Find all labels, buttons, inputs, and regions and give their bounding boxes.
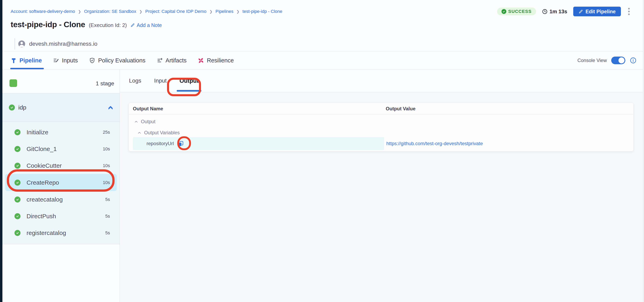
- user-email: devesh.mishra@harness.io: [29, 41, 98, 47]
- triggered-by-row: devesh.mishra@harness.io: [14, 38, 98, 50]
- group-output-variables[interactable]: Output Variables: [138, 130, 180, 135]
- step-row-createcatalog[interactable]: createcatalog 5s: [2, 191, 120, 208]
- column-output-value: Output Value: [386, 106, 416, 111]
- tab-output[interactable]: Output: [179, 69, 200, 92]
- step-name: registercatalog: [26, 230, 66, 236]
- step-duration: 5s: [105, 214, 110, 219]
- more-options-icon[interactable]: [627, 7, 631, 16]
- tab-label: Logs: [129, 78, 141, 84]
- group-output[interactable]: Output: [134, 119, 155, 124]
- execution-tabbar: Pipeline Inputs Policy Evaluations Artif…: [2, 52, 643, 69]
- tab-label: Resilience: [207, 57, 234, 64]
- step-row-createrepo-selected[interactable]: CreateRepo 10s: [5, 174, 117, 191]
- collapsed-nav-strip: [0, 0, 2, 302]
- stage-name: idp: [18, 104, 26, 111]
- output-variable-name: repositoryUrl: [146, 141, 174, 146]
- title-row: test-pipe-idp - Clone (Execution Id: 2) …: [11, 20, 162, 29]
- step-success-check-icon: [14, 146, 20, 152]
- info-icon[interactable]: [630, 57, 636, 64]
- step-success-check-icon: [14, 197, 20, 203]
- step-success-check-icon: [14, 213, 20, 219]
- repository-url: https://github.com/test-org-devesh/testp…: [386, 141, 483, 146]
- breadcrumb: Account: software-delivery-demo ❯ Organi…: [11, 9, 282, 14]
- tab-logs[interactable]: Logs: [128, 69, 142, 92]
- tab-label: Inputs: [62, 57, 78, 64]
- duration-label: 1m 13s: [550, 9, 567, 15]
- success-check-icon: [502, 9, 506, 14]
- tab-label: Output: [180, 78, 198, 84]
- output-table-card: Output Name Output Value Output Output V…: [129, 103, 634, 152]
- step-success-check-icon: [14, 129, 20, 135]
- output-variable-value-link[interactable]: https://github.com/test-org-devesh/testp…: [386, 137, 483, 150]
- breadcrumb-current-pipeline[interactable]: test-pipe-idp - Clone: [242, 9, 282, 14]
- step-detail-tabs: Logs Input Output: [120, 69, 643, 92]
- add-note-link[interactable]: Add a Note: [130, 22, 162, 28]
- tab-inputs[interactable]: Inputs: [53, 52, 78, 69]
- console-view-control: Console View: [578, 57, 636, 64]
- console-view-toggle[interactable]: [611, 57, 625, 64]
- step-row-registercatalog[interactable]: registercatalog 5s: [2, 224, 120, 241]
- tab-label: Input: [154, 78, 167, 84]
- pencil-icon: [578, 9, 583, 14]
- column-output-name: Output Name: [133, 106, 163, 111]
- stage-item-idp[interactable]: idp: [2, 93, 120, 122]
- step-name: CookieCutter: [26, 162, 62, 169]
- tab-list: Pipeline Inputs Policy Evaluations Artif…: [11, 52, 234, 69]
- pencil-icon: [130, 23, 135, 27]
- step-list: Initialize 25s GitClone_1 10s CookieCutt…: [2, 122, 120, 244]
- shield-check-icon: [89, 57, 95, 64]
- tab-label: Artifacts: [166, 57, 187, 64]
- step-duration: 10s: [103, 163, 110, 168]
- step-name: CreateRepo: [26, 179, 59, 186]
- step-name: DirectPush: [26, 213, 56, 220]
- breadcrumb-separator-icon: ❯: [236, 10, 240, 14]
- output-table-header: Output Name Output Value: [129, 103, 633, 114]
- execution-stage-sidebar: 1 stage idp Initialize 25s GitClone_1 10…: [2, 69, 120, 302]
- breadcrumb-project[interactable]: Project: Capital One IDP Demo: [145, 9, 206, 14]
- step-duration: 10s: [103, 146, 110, 152]
- tab-artifacts[interactable]: Artifacts: [157, 52, 187, 69]
- copy-icon[interactable]: [178, 140, 184, 147]
- step-name: GitClone_1: [26, 145, 57, 153]
- step-success-check-icon: [14, 180, 20, 186]
- tab-resilience[interactable]: Resilience: [198, 52, 234, 69]
- add-note-label: Add a Note: [137, 22, 162, 28]
- scrollbar-track[interactable]: [643, 0, 644, 302]
- execution-header: Account: software-delivery-demo ❯ Organi…: [2, 0, 643, 52]
- edit-pipeline-label: Edit Pipeline: [586, 9, 616, 15]
- stage-status-square: [10, 79, 17, 87]
- artifacts-icon: [157, 57, 163, 63]
- step-detail-panel: Logs Input Output Output Name Output Val…: [120, 69, 643, 302]
- breadcrumb-pipelines[interactable]: Pipelines: [216, 9, 233, 14]
- breadcrumb-organization[interactable]: Organization: SE Sandbox: [84, 9, 136, 14]
- stage-count-label: 1 stage: [96, 80, 114, 87]
- header-actions: SUCCESS 1m 13s Edit Pipeline: [497, 7, 631, 17]
- tab-policy-evaluations[interactable]: Policy Evaluations: [89, 52, 145, 69]
- breadcrumb-separator-icon: ❯: [210, 10, 212, 14]
- step-duration: 25s: [103, 130, 110, 135]
- step-row-directpush[interactable]: DirectPush 5s: [2, 208, 120, 224]
- breadcrumb-separator-icon: ❯: [78, 10, 81, 14]
- chevron-up-icon: [138, 131, 141, 135]
- status-badge: SUCCESS: [497, 8, 536, 15]
- step-row-initialize[interactable]: Initialize 25s: [2, 124, 120, 140]
- edit-pipeline-button[interactable]: Edit Pipeline: [573, 7, 621, 16]
- execution-id: (Execution Id: 2): [89, 22, 127, 28]
- execution-duration: 1m 13s: [542, 9, 567, 15]
- step-row-gitclone[interactable]: GitClone_1 10s: [2, 140, 120, 157]
- console-view-label: Console View: [578, 58, 607, 63]
- tab-pipeline[interactable]: Pipeline: [11, 52, 42, 69]
- breadcrumb-separator-icon: ❯: [139, 10, 142, 14]
- inputs-icon: [53, 57, 59, 63]
- resilience-icon: [198, 57, 204, 64]
- group-label: Output: [141, 119, 155, 124]
- step-duration: 5s: [105, 197, 110, 202]
- tab-label: Pipeline: [20, 57, 42, 64]
- step-success-check-icon: [14, 163, 20, 169]
- chevron-up-icon[interactable]: [108, 105, 114, 110]
- tab-input[interactable]: Input: [153, 69, 168, 92]
- step-success-check-icon: [14, 230, 20, 236]
- page-title: test-pipe-idp - Clone: [11, 20, 85, 29]
- breadcrumb-account[interactable]: Account: software-delivery-demo: [11, 9, 75, 14]
- step-row-cookiecutter[interactable]: CookieCutter 10s: [2, 157, 120, 174]
